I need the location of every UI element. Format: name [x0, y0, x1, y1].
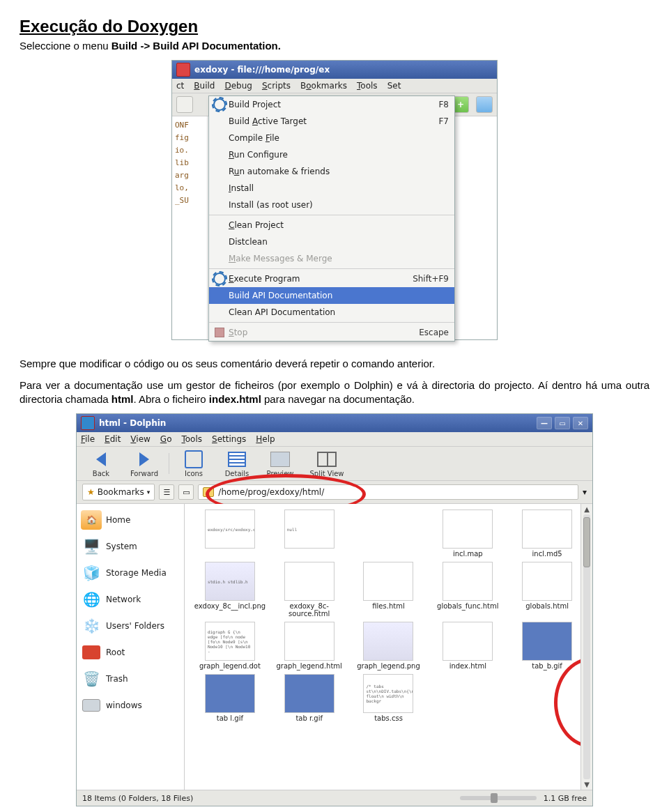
place-trash[interactable]: 🗑️Trash — [78, 666, 183, 692]
editor-gutter: ONFfig io.lib arg lo,_SU — [172, 116, 208, 339]
menu-tools[interactable]: Tools — [181, 434, 202, 444]
file-item[interactable]: digraph G {\n edge [fo\n node [fo\n Node… — [192, 622, 268, 670]
file-item[interactable]: /* tabs st\n\nDIV.tabs\n{\n float\n widt… — [351, 674, 427, 722]
menu-debug[interactable]: Debug — [224, 81, 252, 91]
menu-item-run-configure[interactable]: Run Configure — [209, 146, 454, 163]
scrollbar-handle[interactable] — [583, 517, 590, 567]
file-item[interactable]: globals.html — [509, 562, 585, 618]
toolbar-button-2[interactable] — [476, 96, 493, 113]
details-view-button[interactable]: Details — [218, 450, 256, 477]
dolphin-window: html - Dolphin — ▭ ✕ File Edit View Go T… — [76, 413, 593, 806]
menu-item-build-api-documentation[interactable]: Build API Documentation — [209, 287, 454, 304]
menu-item-compile-file[interactable]: Compile File — [209, 130, 454, 146]
file-item[interactable]: graph_legend.png — [351, 622, 427, 670]
scroll-down-icon[interactable]: ▼ — [584, 781, 590, 788]
place-home[interactable]: 🏠Home — [78, 507, 183, 533]
menu-item-run-automake[interactable]: Run automake & friends — [209, 163, 454, 180]
network-icon: 🌐 — [83, 591, 100, 608]
arrow-left-icon — [96, 452, 106, 466]
menu-set[interactable]: Set — [387, 81, 401, 91]
file-item[interactable]: incl.map — [429, 510, 506, 558]
menu-go[interactable]: Go — [160, 434, 172, 444]
place-windows[interactable]: windows — [78, 692, 183, 719]
users-icon: ❄️ — [83, 618, 100, 634]
menu-item-install-root[interactable]: Install (as root user) — [209, 197, 454, 213]
place-system[interactable]: 🖥️System — [78, 533, 183, 560]
menu-separator — [209, 268, 454, 269]
dolphin-menubar[interactable]: File Edit View Go Tools Settings Help — [77, 432, 592, 447]
build-menu-dropdown[interactable]: Build ProjectF8 Build Active TargetF7 Co… — [208, 95, 455, 342]
close-button[interactable]: ✕ — [573, 417, 588, 429]
toolbar-button[interactable] — [176, 96, 193, 113]
maximize-button[interactable]: ▭ — [555, 417, 570, 429]
p3-index-label: index.html — [209, 393, 261, 405]
file-item[interactable]: null — [271, 510, 348, 558]
kdevelop-titlebar: exdoxy - file:///home/prog/ex — [172, 61, 497, 79]
file-item[interactable]: graph_legend.html — [271, 622, 348, 670]
menu-item-build-active-target[interactable]: Build Active TargetF7 — [209, 113, 454, 130]
bookmarks-dropdown[interactable]: ★Bookmarks▾ — [82, 484, 155, 500]
menu-item-clean-api-documentation[interactable]: Clean API Documentation — [209, 304, 454, 321]
file-item[interactable]: globals_func.html — [429, 562, 506, 618]
vertical-scrollbar[interactable]: ▲ ▼ — [580, 504, 592, 790]
kdevelop-menubar[interactable]: ct Build Debug Scripts Bookmarks Tools S… — [172, 79, 497, 93]
path-up-button[interactable]: ☰ — [159, 484, 174, 500]
file-item[interactable]: stdio.h stdlib.hexdoxy_8c__incl.png — [192, 562, 268, 618]
menu-item-build-project[interactable]: Build ProjectF8 — [209, 96, 454, 113]
menu-item-clean-project[interactable]: Clean Project — [209, 217, 454, 233]
menu-item-distclean[interactable]: Distclean — [209, 233, 454, 250]
system-icon: 🖥️ — [83, 538, 100, 555]
menu-help[interactable]: Help — [256, 434, 275, 444]
menu-edit[interactable]: Edit — [105, 434, 121, 444]
place-network[interactable]: 🌐Network — [78, 586, 183, 613]
figure-dolphin: html - Dolphin — ▭ ✕ File Edit View Go T… — [20, 413, 649, 806]
scroll-up-icon[interactable]: ▲ — [584, 505, 590, 513]
forward-button[interactable]: Forward — [125, 450, 163, 477]
stop-icon — [215, 328, 224, 337]
path-text: /home/prog/exdoxy/html/ — [218, 487, 324, 497]
menu-separator — [209, 322, 454, 323]
intro-text: Seleccione o menu — [20, 40, 112, 52]
path-input[interactable]: /home/prog/exdoxy/html/ — [198, 484, 578, 500]
menu-tools[interactable]: Tools — [357, 81, 378, 91]
preview-button[interactable]: Preview — [261, 450, 299, 477]
split-icon — [317, 452, 337, 467]
menu-view[interactable]: View — [130, 434, 150, 444]
dolphin-toolbar: Back Forward Icons Details Preview Split… — [77, 447, 592, 481]
file-item[interactable]: files.html — [351, 562, 427, 618]
file-item[interactable]: tab r.gif — [271, 674, 348, 722]
place-users[interactable]: ❄️Users' Folders — [78, 613, 183, 639]
menu-settings[interactable]: Settings — [212, 434, 246, 444]
menu-item-stop: StopEscape — [209, 324, 454, 341]
zoom-slider[interactable] — [460, 796, 537, 800]
path-box-button[interactable]: ▭ — [178, 484, 194, 500]
menu-item-execute-program[interactable]: Execute ProgramShift+F9 — [209, 270, 454, 287]
menu-item-make-messages: Make Messages & Merge — [209, 250, 454, 267]
menu-build[interactable]: Build — [194, 81, 215, 91]
menu-item-install[interactable]: Install — [209, 180, 454, 197]
file-item[interactable]: tab_b.gif — [509, 622, 585, 670]
minimize-button[interactable]: — — [537, 417, 552, 429]
back-button[interactable]: Back — [82, 450, 120, 477]
file-pane[interactable]: exdoxy/src/exdoxy.c null incl.map incl.m… — [185, 504, 592, 790]
menu-file[interactable]: File — [81, 434, 95, 444]
file-item[interactable]: incl.md5 — [509, 510, 585, 558]
file-item[interactable]: exdoxy/src/exdoxy.c — [192, 510, 268, 558]
place-root[interactable]: Root — [78, 639, 183, 666]
menu-bookmarks[interactable]: Bookmarks — [300, 81, 347, 91]
file-item-index[interactable]: index.html — [429, 622, 506, 670]
icons-view-button[interactable]: Icons — [175, 450, 213, 477]
root-folder-icon — [82, 645, 100, 659]
split-view-button[interactable]: Split View — [305, 450, 349, 477]
place-storage[interactable]: 🧊Storage Media — [78, 560, 183, 586]
kdevelop-window: exdoxy - file:///home/prog/ex ct Build D… — [171, 60, 498, 340]
paragraph-2: Sempre que modificar o código ou os seus… — [20, 357, 649, 371]
dolphin-titlebar: html - Dolphin — ▭ ✕ — [77, 414, 592, 432]
menu-ct[interactable]: ct — [176, 81, 184, 91]
dolphin-statusbar: 18 Items (0 Folders, 18 Files) 1.1 GB fr… — [77, 790, 592, 806]
menu-scripts[interactable]: Scripts — [262, 81, 291, 91]
path-caret-icon[interactable]: ▾ — [583, 487, 587, 497]
places-panel: 🏠Home 🖥️System 🧊Storage Media 🌐Network ❄… — [77, 504, 185, 790]
file-item[interactable]: exdoxy_8c-source.html — [271, 562, 348, 618]
file-item[interactable]: tab l.gif — [192, 674, 268, 722]
